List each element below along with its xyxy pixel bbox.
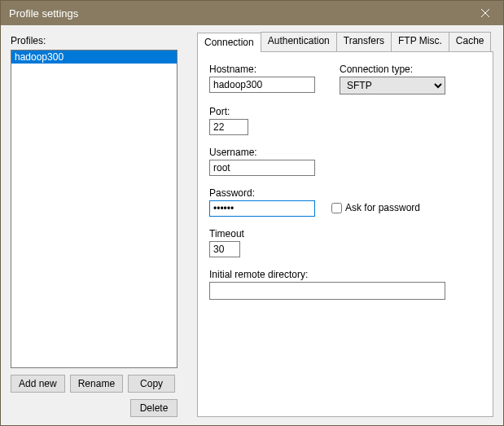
username-label: Username: <box>209 147 481 158</box>
port-label: Port: <box>209 106 481 117</box>
window-body: Profiles: hadoop300 Add new Rename Copy … <box>1 25 503 425</box>
connection-type-select[interactable]: SFTP <box>340 77 445 94</box>
list-item[interactable]: hadoop300 <box>11 51 177 64</box>
close-icon <box>481 9 489 17</box>
hostname-input[interactable] <box>209 77 315 93</box>
ask-password-checkbox[interactable] <box>331 203 342 213</box>
hostname-label: Hostname: <box>209 64 315 75</box>
profile-settings-window: Profile settings Profiles: hadoop300 Add… <box>0 0 504 426</box>
password-label: Password: <box>209 187 315 199</box>
profiles-listbox[interactable]: hadoop300 <box>11 50 177 368</box>
ask-password-row[interactable]: Ask for password <box>331 202 420 213</box>
tab-ftp-misc[interactable]: FTP Misc. <box>391 32 449 51</box>
tab-strip: Connection Authentication Transfers FTP … <box>197 32 493 51</box>
port-input[interactable] <box>209 119 248 135</box>
timeout-label: Timeout <box>209 228 481 239</box>
add-new-button[interactable]: Add new <box>11 375 65 393</box>
profiles-pane: Profiles: hadoop300 Add new Rename Copy … <box>11 32 177 417</box>
window-close-button[interactable] <box>467 1 503 25</box>
profile-buttons-row1: Add new Rename Copy <box>11 375 177 393</box>
tab-connection[interactable]: Connection <box>197 33 261 52</box>
initdir-input[interactable] <box>209 282 445 300</box>
profiles-label: Profiles: <box>11 35 177 46</box>
timeout-input[interactable] <box>209 241 240 257</box>
rename-button[interactable]: Rename <box>70 375 123 393</box>
profile-buttons-row2: Delete <box>11 399 177 417</box>
password-input[interactable] <box>209 200 315 217</box>
tab-transfers[interactable]: Transfers <box>336 32 392 51</box>
titlebar: Profile settings <box>1 1 503 25</box>
copy-button[interactable]: Copy <box>128 375 175 393</box>
delete-button[interactable]: Delete <box>130 399 177 417</box>
tab-authentication[interactable]: Authentication <box>261 32 337 51</box>
username-input[interactable] <box>209 160 315 176</box>
window-title: Profile settings <box>9 7 467 20</box>
tab-content-connection: Hostname: Connection type: SFTP Port: <box>197 51 493 417</box>
initdir-label: Initial remote directory: <box>209 269 481 280</box>
settings-pane: Connection Authentication Transfers FTP … <box>197 32 493 417</box>
connection-type-label: Connection type: <box>340 64 445 75</box>
ask-password-label: Ask for password <box>345 202 420 213</box>
tab-cache[interactable]: Cache <box>449 32 492 51</box>
